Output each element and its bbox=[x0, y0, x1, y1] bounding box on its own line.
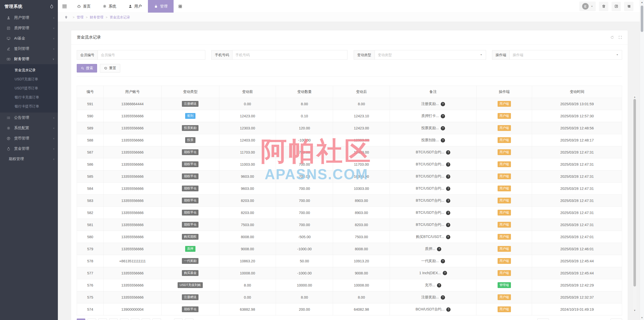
filter-select-变动类型[interactable] bbox=[375, 50, 486, 59]
cell-before: 0.00 bbox=[219, 291, 276, 303]
app-logo[interactable]: 管理系统 bbox=[0, 0, 58, 13]
sidebar-item[interactable]: 期权管理 ‹ bbox=[0, 154, 58, 164]
help-icon[interactable]: ? bbox=[446, 187, 450, 191]
cell-remark: 投票扣除...? bbox=[390, 134, 476, 146]
breadcrumb-link[interactable]: 资金流水记录 bbox=[110, 15, 130, 20]
sidebar-item[interactable]: 签到管理 ‹ bbox=[0, 44, 58, 54]
help-icon[interactable]: ? bbox=[441, 126, 445, 130]
breadcrumb-separator: > bbox=[73, 16, 74, 19]
sidebar-item-label: 货币管理 bbox=[14, 136, 29, 141]
page-button[interactable]: 24 bbox=[174, 318, 183, 320]
sidebar-item[interactable]: 系统配置 ‹ bbox=[0, 123, 58, 133]
help-icon[interactable]: ? bbox=[446, 307, 451, 312]
sidebar: 管理系统 用户管理 ‹ 质押管理 ‹ AI基金 ‹ 签到管理 ‹ bbox=[0, 0, 58, 320]
cell-time: 2025/03/28 12:47:31 bbox=[532, 195, 622, 207]
page-size-select[interactable]: 30 bbox=[611, 318, 622, 320]
cell-type: 期权平仓 bbox=[161, 207, 219, 219]
page-button[interactable]: 7 bbox=[142, 318, 150, 320]
layout-list-button[interactable] bbox=[624, 2, 633, 11]
hamburger-menu-icon[interactable] bbox=[58, 0, 71, 13]
sidebar-subitem[interactable]: USDT提币订单 bbox=[0, 84, 58, 93]
filter-input-会员编号[interactable] bbox=[98, 50, 205, 59]
help-icon[interactable]: ? bbox=[446, 162, 450, 167]
table-scrollbar-thumb[interactable] bbox=[633, 99, 636, 287]
help-icon[interactable]: ? bbox=[441, 259, 445, 263]
page-button[interactable]: 25 bbox=[185, 318, 193, 320]
page-button[interactable]: 4 bbox=[109, 318, 118, 320]
table-scrollbar[interactable]: ▲ ▼ bbox=[633, 95, 636, 312]
table-header-row: 编号用户账号变动类型变动前变动数量变动后备注操作端变动时间 bbox=[77, 86, 622, 98]
help-icon[interactable]: ? bbox=[446, 150, 450, 155]
refresh-icon[interactable] bbox=[610, 35, 614, 39]
page-jump-input[interactable] bbox=[537, 318, 549, 320]
cell-before: 11703.00 bbox=[219, 146, 276, 158]
help-icon[interactable]: ? bbox=[446, 223, 450, 227]
sidebar-item[interactable]: 赏金管理 ‹ bbox=[0, 144, 58, 154]
breadcrumb-link[interactable]: 财务管理 bbox=[90, 15, 103, 20]
page-button[interactable]: … bbox=[163, 318, 172, 320]
page-button[interactable]: 3 bbox=[98, 318, 107, 320]
page-button[interactable]: 5 bbox=[120, 318, 129, 320]
cell-type: 购买期权 bbox=[161, 231, 219, 243]
sidebar-subitem[interactable]: 银行卡提币订单 bbox=[0, 102, 58, 111]
cell-remark: 质押打卡...? bbox=[390, 110, 476, 122]
cell-after: 10008.00 bbox=[333, 279, 390, 291]
help-icon[interactable]: ? bbox=[441, 114, 445, 118]
trash-button[interactable] bbox=[599, 2, 608, 11]
page-button[interactable]: 6 bbox=[131, 318, 139, 320]
cell-client: 用户端 bbox=[476, 255, 532, 267]
help-icon[interactable]: ? bbox=[443, 271, 447, 275]
cell-remark: BTC/USDT合约...? bbox=[390, 158, 476, 170]
table-row: 585 13355556666 期权平仓 9603.00 700.00 1030… bbox=[77, 170, 622, 183]
sidebar-subitem[interactable]: USDT充值订单 bbox=[0, 75, 58, 84]
sidebar-subitem[interactable]: 资金流水记录 bbox=[0, 65, 58, 75]
sidebar-item[interactable]: 财务管理 ∨ bbox=[0, 54, 58, 64]
type-badge: 期权平仓 bbox=[182, 198, 198, 204]
fullscreen-icon[interactable] bbox=[618, 35, 622, 39]
cell-account: 13355556666 bbox=[104, 267, 162, 279]
help-icon[interactable]: ? bbox=[437, 247, 441, 251]
filter-select-操作端[interactable] bbox=[510, 50, 622, 59]
scroll-up-icon[interactable]: ▲ bbox=[633, 96, 636, 98]
page-scrollbar[interactable]: ▲ ▼ bbox=[640, 0, 644, 320]
sidebar-item[interactable]: 用户管理 ‹ bbox=[0, 13, 58, 23]
open-external-button[interactable] bbox=[612, 2, 621, 11]
cell-after: 8.00 bbox=[333, 98, 390, 110]
table-body: 591 13366664444 注册赠送 0.00 8.00 8.00 注册奖励… bbox=[77, 98, 622, 315]
page-scrollbar-thumb[interactable] bbox=[641, 6, 643, 32]
help-icon[interactable]: ? bbox=[437, 283, 441, 288]
nav-item-系统[interactable]: 系统 bbox=[97, 0, 122, 13]
sidebar-subitem[interactable]: 银行卡充值订单 bbox=[0, 93, 58, 102]
help-icon[interactable]: ? bbox=[446, 199, 450, 203]
help-icon[interactable]: ? bbox=[441, 295, 445, 300]
user-menu-button[interactable]: E ▼ bbox=[579, 2, 596, 11]
help-icon[interactable]: ? bbox=[441, 138, 445, 143]
cell-id: 589 bbox=[77, 122, 104, 134]
nav-item-管理[interactable]: 管理 bbox=[148, 0, 174, 13]
scroll-up-icon[interactable]: ▲ bbox=[640, 1, 644, 4]
scroll-down-icon[interactable]: ▼ bbox=[633, 309, 636, 312]
filter-input-手机号码[interactable] bbox=[232, 50, 347, 59]
sidebar-item[interactable]: 公告管理 ‹ bbox=[0, 113, 58, 123]
page-button[interactable]: 8 bbox=[152, 318, 161, 320]
app-grid-icon[interactable] bbox=[174, 0, 187, 13]
column-header: 操作端 bbox=[476, 86, 532, 98]
scroll-down-icon[interactable]: ▼ bbox=[640, 316, 644, 319]
cell-time: 2025/03/28 12:47:31 bbox=[532, 146, 622, 158]
help-icon[interactable]: ? bbox=[446, 235, 450, 239]
page-button[interactable]: 2 bbox=[88, 318, 96, 320]
reset-button[interactable]: 重置 bbox=[100, 64, 120, 73]
sidebar-item[interactable]: 货币管理 ‹ bbox=[0, 133, 58, 144]
page-button[interactable]: 1 bbox=[77, 318, 85, 320]
sidebar-item[interactable]: AI基金 ‹ bbox=[0, 33, 58, 44]
help-icon[interactable]: ? bbox=[446, 211, 450, 215]
nav-item-首页[interactable]: 首页 bbox=[71, 0, 97, 13]
nav-item-用户[interactable]: 用户 bbox=[122, 0, 148, 13]
cell-client: 用户端 bbox=[476, 98, 532, 110]
help-icon[interactable]: ? bbox=[446, 174, 450, 179]
help-icon[interactable]: ? bbox=[441, 102, 445, 106]
breadcrumb-link[interactable]: 管理 bbox=[77, 15, 84, 20]
list-icon bbox=[627, 4, 631, 8]
sidebar-item[interactable]: 质押管理 ‹ bbox=[0, 23, 58, 33]
search-button[interactable]: 搜索 bbox=[77, 64, 97, 73]
